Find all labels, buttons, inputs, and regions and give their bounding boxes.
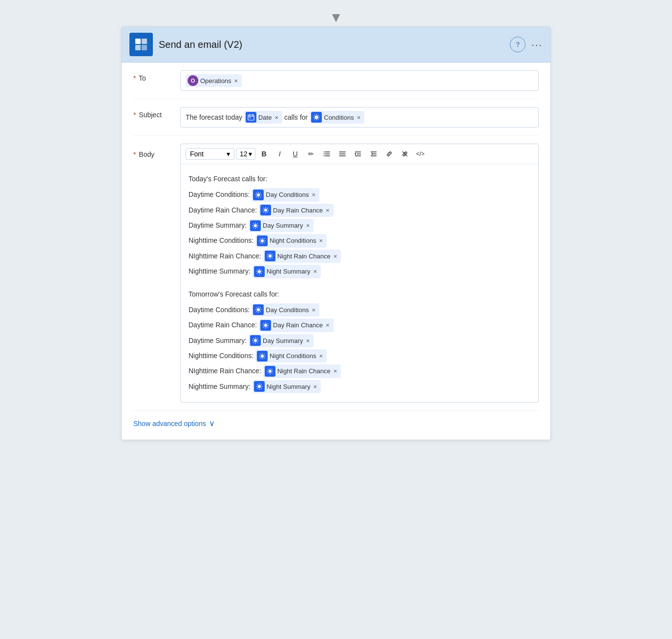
subject-row: * Subject The forecast today [133, 99, 539, 136]
underline-button[interactable]: U [289, 147, 302, 161]
row-chip-remove-5[interactable]: × [313, 381, 317, 392]
to-row: * To O Operations × [133, 63, 539, 99]
body-line-5: Nighttime Summary: Night Summary × [189, 380, 530, 393]
row-chip-remove-2[interactable]: × [306, 220, 310, 231]
row-chip-0[interactable]: Day Conditions × [252, 188, 319, 201]
body-line-2: Daytime Summary: Day Summary × [189, 219, 530, 232]
row-chip-5[interactable]: Night Summary × [252, 380, 321, 393]
pen-button[interactable]: ✏ [304, 147, 318, 161]
svg-point-97 [264, 324, 267, 327]
row-chip-remove-5[interactable]: × [313, 266, 317, 277]
row-chip-remove-2[interactable]: × [306, 335, 310, 346]
unordered-list-button[interactable] [336, 147, 349, 161]
to-input[interactable]: O Operations × [180, 70, 539, 91]
svg-line-114 [253, 342, 254, 342]
row-chip-text-2: Day Summary [263, 220, 303, 231]
more-button[interactable]: ··· [531, 39, 543, 50]
svg-line-102 [264, 323, 264, 324]
body-row: * Body Font ▾ 12 ▾ B [133, 136, 539, 411]
editor-toolbar: Font ▾ 12 ▾ B I U ✏ [181, 144, 538, 164]
svg-rect-3 [142, 45, 147, 50]
svg-rect-4 [248, 115, 254, 120]
row-chip-icon-2 [250, 335, 261, 346]
row-chip-text-4: Night Rain Chance [277, 251, 331, 262]
header-left: Send an email (V2) [129, 33, 242, 56]
body-required-star: * [133, 150, 136, 158]
svg-line-96 [256, 312, 257, 312]
svg-line-68 [264, 239, 264, 239]
row-chip-0[interactable]: Day Conditions × [252, 303, 319, 317]
date-chip-remove[interactable]: × [274, 114, 278, 121]
row-chip-5[interactable]: Night Summary × [252, 265, 321, 278]
advanced-options[interactable]: Show advanced options ∨ [133, 411, 539, 430]
row-chip-1[interactable]: Day Rain Chance × [259, 319, 333, 332]
card-title: Send an email (V2) [159, 39, 242, 50]
svg-line-121 [264, 358, 264, 358]
row-label-1: Daytime Rain Chance: [189, 319, 257, 331]
recipient-remove[interactable]: × [234, 77, 238, 85]
svg-point-79 [258, 270, 261, 273]
conditions-chip-remove[interactable]: × [357, 114, 361, 121]
row-chip-1[interactable]: Day Rain Chance × [259, 204, 333, 217]
svg-point-115 [261, 355, 264, 358]
row-chip-remove-4[interactable]: × [334, 365, 337, 377]
size-selector[interactable]: 12 ▾ [236, 148, 255, 160]
subject-input[interactable]: The forecast today [180, 107, 539, 128]
body-editor[interactable]: Font ▾ 12 ▾ B I U ✏ [180, 144, 539, 403]
svg-line-132 [268, 373, 268, 373]
section-tomorrow: Tomorrow's Forecast calls for: Daytime C… [189, 288, 530, 394]
row-chip-remove-3[interactable]: × [319, 350, 323, 362]
svg-line-78 [268, 258, 268, 258]
svg-line-48 [264, 208, 264, 209]
tomorrow-rows: Daytime Conditions: Day Conditions × Day… [189, 303, 530, 393]
svg-line-49 [267, 212, 268, 212]
link-button[interactable] [382, 147, 396, 161]
row-chip-remove-1[interactable]: × [326, 320, 330, 331]
row-chip-text-5: Night Summary [267, 381, 311, 392]
bold-button[interactable]: B [257, 147, 271, 161]
svg-line-39 [256, 193, 257, 193]
font-selector[interactable]: Font ▾ [186, 148, 234, 160]
row-chip-4[interactable]: Night Rain Chance × [263, 364, 341, 378]
body-line-0: Daytime Conditions: Day Conditions × [189, 303, 530, 317]
help-button[interactable]: ? [510, 37, 525, 52]
body-line-1: Daytime Rain Chance: Day Rain Chance × [189, 319, 530, 332]
row-chip-remove-1[interactable]: × [326, 205, 330, 216]
conditions-chip-icon [311, 112, 322, 123]
svg-line-59 [257, 223, 257, 224]
row-chip-icon-3 [257, 351, 268, 362]
svg-point-52 [254, 224, 257, 227]
row-chip-icon-1 [260, 320, 271, 331]
subject-chip-conditions[interactable]: Conditions × [310, 111, 364, 124]
row-chip-3[interactable]: Night Conditions × [255, 349, 327, 362]
indent-right-button[interactable] [367, 147, 380, 161]
indent-left-button[interactable] [351, 147, 365, 161]
row-label-5: Nighttime Summary: [189, 265, 251, 277]
row-chip-remove-0[interactable]: × [312, 189, 315, 200]
row-chip-3[interactable]: Night Conditions × [255, 234, 327, 247]
svg-line-76 [272, 258, 272, 258]
row-chip-text-1: Day Rain Chance [273, 205, 323, 216]
svg-line-139 [261, 388, 261, 389]
row-chip-text-5: Night Summary [267, 266, 311, 277]
row-chip-icon-2 [250, 220, 261, 231]
date-chip-label: Date [258, 114, 272, 121]
row-chip-remove-3[interactable]: × [319, 235, 323, 246]
svg-point-34 [257, 193, 260, 196]
svg-line-84 [257, 270, 258, 270]
unlink-button[interactable] [398, 147, 412, 161]
row-chip-remove-4[interactable]: × [334, 251, 337, 262]
svg-point-61 [261, 239, 264, 242]
ordered-list-button[interactable] [320, 147, 334, 161]
row-chip-2[interactable]: Day Summary × [249, 219, 314, 232]
code-button[interactable]: </> [414, 147, 427, 161]
subject-chip-date[interactable]: Date × [244, 111, 282, 124]
row-chip-remove-0[interactable]: × [312, 304, 315, 316]
row-chip-2[interactable]: Day Summary × [249, 334, 314, 347]
row-chip-4[interactable]: Night Rain Chance × [263, 250, 341, 263]
svg-line-69 [260, 242, 261, 243]
italic-button[interactable]: I [273, 147, 287, 161]
svg-line-113 [257, 339, 257, 339]
row-label-3: Nighttime Conditions: [189, 350, 253, 362]
svg-line-95 [260, 308, 260, 308]
